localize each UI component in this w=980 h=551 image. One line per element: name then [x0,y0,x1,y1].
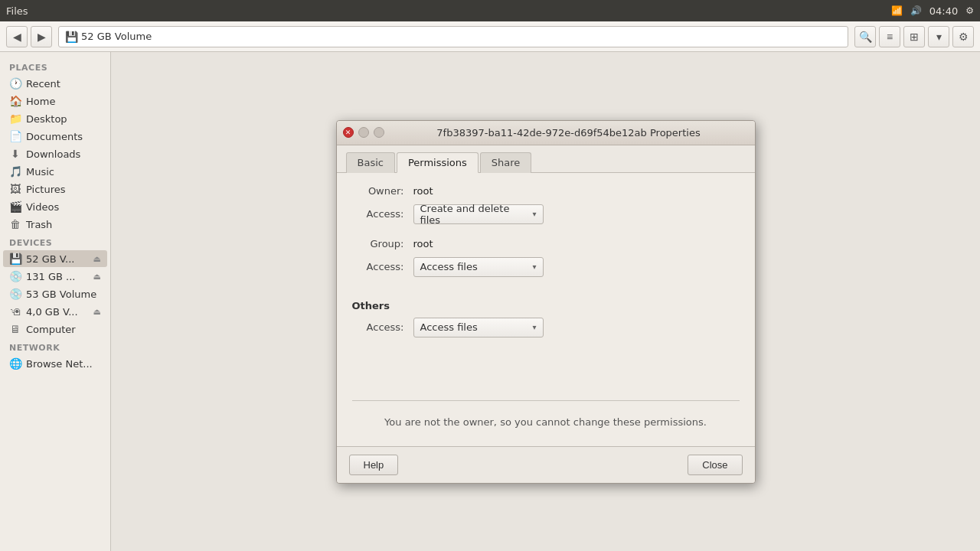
sidebar-item-label: 52 GB V... [26,253,74,265]
documents-icon: 📄 [9,130,21,142]
properties-dialog: ✕ 7fb38397-ba11-42de-972e-d69f54be12ab P… [336,120,756,484]
sidebar-item-music[interactable]: 🎵 Music [3,163,107,180]
clock: 04:40 [929,5,958,17]
sidebar-item-4gb[interactable]: 🖲 4,0 GB V... ⏏ [3,303,107,320]
others-access-select[interactable]: Access files ▾ [413,318,544,337]
group-access-row: Access: Access files ▾ [352,257,740,277]
volume-icon: 🔊 [910,5,922,16]
toolbar: ◀ ▶ 💾 52 GB Volume 🔍 ≡ ⊞ ▾ ⚙ [0,21,980,52]
sidebar-item-label: 131 GB ... [26,271,75,282]
trash-icon: 🗑 [9,218,21,230]
help-button[interactable]: Help [349,455,399,475]
sidebar-item-label: Computer [26,324,76,335]
music-icon: 🎵 [9,165,21,178]
location-bar[interactable]: 💾 52 GB Volume [58,26,848,47]
sidebar-item-trash[interactable]: 🗑 Trash [3,216,107,233]
others-access-row: Access: Access files ▾ [352,318,740,337]
sidebar-item-label: 4,0 GB V... [26,306,78,318]
owner-access-select[interactable]: Create and delete files ▾ [413,204,544,224]
sidebar-item-videos[interactable]: 🎬 Videos [3,198,107,215]
app-title: Files [6,5,28,17]
others-header: Others [352,300,740,311]
sidebar: Places 🕐 Recent 🏠 Home 📁 Desktop 📄 Docum… [0,52,111,551]
list-view-button[interactable]: ≡ [879,26,900,47]
sidebar-item-53gb[interactable]: 💿 53 GB Volume [3,285,107,302]
group-value: root [413,238,433,249]
home-icon: 🏠 [9,95,21,107]
dialog-minimize-button[interactable] [358,127,369,138]
content-area: ✕ 7fb38397-ba11-42de-972e-d69f54be12ab P… [111,52,980,551]
recent-icon: 🕐 [9,77,21,90]
places-section-label: Places [0,58,110,74]
downloads-icon: ⬇ [9,148,21,160]
sidebar-item-recent[interactable]: 🕐 Recent [3,75,107,92]
sidebar-item-documents[interactable]: 📄 Documents [3,128,107,145]
dialog-overlay: ✕ 7fb38397-ba11-42de-972e-d69f54be12ab P… [111,52,980,551]
drive-131gb-icon: 💿 [9,270,21,282]
eject-131gb-icon[interactable]: ⏏ [93,272,101,282]
dialog-body: Owner: root Access: Create and delete fi… [337,173,755,446]
grid-view-button[interactable]: ⊞ [903,26,925,47]
owner-access-arrow: ▾ [532,210,536,218]
sidebar-item-label: Trash [26,219,52,230]
sort-button[interactable]: ▾ [928,26,949,47]
topbar: Files 📶 🔊 04:40 ⚙ [0,0,980,21]
dialog-title: 7fb38397-ba11-42de-972e-d69f54be12ab Pro… [389,127,749,139]
tab-basic[interactable]: Basic [346,152,395,173]
sidebar-item-label: Pictures [26,184,65,195]
pictures-icon: 🖼 [9,183,21,195]
dialog-maximize-button[interactable] [374,127,384,138]
sidebar-item-label: Desktop [26,113,67,125]
dialog-close-button[interactable]: ✕ [343,127,354,138]
eject-52gb-icon[interactable]: ⏏ [93,254,101,264]
tab-share[interactable]: Share [480,152,532,173]
others-access-label: Access: [352,321,413,333]
main-area: Places 🕐 Recent 🏠 Home 📁 Desktop 📄 Docum… [0,52,980,551]
signal-icon: 📶 [891,5,903,16]
computer-icon: 🖥 [9,323,21,335]
group-access-select[interactable]: Access files ▾ [413,257,544,277]
sidebar-item-pictures[interactable]: 🖼 Pictures [3,181,107,197]
search-button[interactable]: 🔍 [854,26,876,47]
sidebar-item-computer[interactable]: 🖥 Computer [3,321,107,337]
topbar-right: 📶 🔊 04:40 ⚙ [891,5,974,17]
close-button[interactable]: Close [688,455,742,475]
sidebar-item-browse-net[interactable]: 🌐 Browse Net... [3,355,107,372]
drive-4gb-icon: 🖲 [9,305,21,318]
location-drive-icon: 💾 [65,31,78,43]
gear-button[interactable]: ⚙ [952,26,974,47]
dialog-notice: You are not the owner, so you cannot cha… [352,410,740,434]
devices-section-label: Devices [0,233,110,249]
owner-access-label: Access: [352,208,413,220]
sidebar-item-52gb[interactable]: 💾 52 GB V... ⏏ [3,250,107,267]
drive-53gb-icon: 💿 [9,288,21,300]
group-label: Group: [352,238,413,249]
group-access-arrow: ▾ [532,262,536,271]
sidebar-item-home[interactable]: 🏠 Home [3,93,107,109]
network-icon: 🌐 [9,357,21,370]
eject-4gb-icon[interactable]: ⏏ [93,307,101,317]
sidebar-item-downloads[interactable]: ⬇ Downloads [3,145,107,162]
sidebar-item-label: Home [26,96,55,107]
group-access-value: Access files [420,261,478,272]
sidebar-item-desktop[interactable]: 📁 Desktop [3,110,107,127]
sidebar-item-label: 53 GB Volume [26,289,96,300]
sidebar-item-label: Videos [26,201,59,213]
owner-value: root [413,185,433,197]
sidebar-item-label: Browse Net... [26,358,93,370]
location-text: 52 GB Volume [81,31,152,42]
sidebar-item-label: Downloads [26,148,80,160]
sidebar-item-131gb[interactable]: 💿 131 GB ... ⏏ [3,268,107,285]
tab-permissions[interactable]: Permissions [397,152,479,173]
settings-icon[interactable]: ⚙ [965,5,974,16]
forward-button[interactable]: ▶ [31,26,52,47]
back-button[interactable]: ◀ [6,26,28,47]
others-access-arrow: ▾ [532,323,536,331]
group-access-label: Access: [352,261,413,272]
others-access-value: Access files [420,321,478,333]
sidebar-item-label: Music [26,166,54,178]
toolbar-right-buttons: 🔍 ≡ ⊞ ▾ ⚙ [854,26,974,47]
dialog-divider [352,400,740,401]
owner-row: Owner: root [352,185,740,197]
network-section-label: Network [0,338,110,354]
